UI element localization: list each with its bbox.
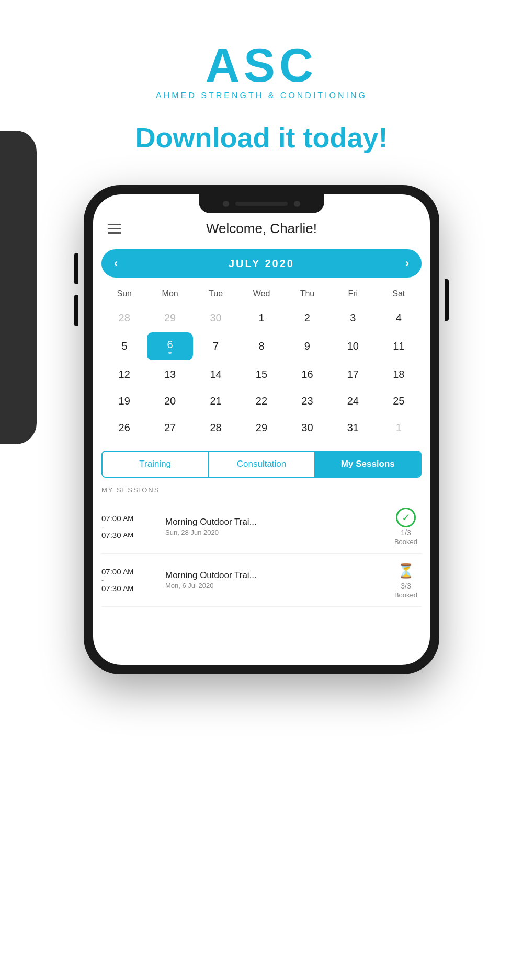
notch-bar [235, 202, 288, 206]
logo-container: ASC AHMED STRENGTH & CONDITIONING [156, 42, 367, 100]
calendar-day[interactable]: 12 [101, 362, 147, 387]
status-count: 1/3 [401, 528, 411, 537]
weekday-thu: Thu [285, 286, 330, 302]
status-text: Booked [394, 538, 417, 546]
phone-volume-btn-1 [74, 253, 78, 284]
calendar-day[interactable]: 4 [376, 306, 422, 330]
phone-volume-btn-2 [74, 295, 78, 326]
session-info: Morning Outdoor Trai... Mon, 6 Jul 2020 [165, 570, 384, 590]
sessions-label: MY SESSIONS [101, 486, 422, 494]
phone-mockup: Welcome, Charlie! ‹ JULY 2020 › Sun Mon … [84, 185, 439, 674]
calendar-day[interactable]: 9 [285, 332, 330, 360]
left-phone-decoration [0, 131, 37, 444]
calendar-day[interactable]: 29 [147, 306, 192, 330]
menu-line-1 [108, 224, 121, 225]
calendar-day[interactable]: 16 [285, 362, 330, 387]
prev-month-button[interactable]: ‹ [114, 257, 118, 270]
calendar-day[interactable]: 15 [238, 362, 284, 387]
tab-training[interactable]: Training [103, 452, 209, 477]
calendar-day[interactable]: 2 [285, 306, 330, 330]
ampm-start: AM [123, 514, 134, 522]
calendar-day[interactable]: 17 [330, 362, 376, 387]
tab-consultation[interactable]: Consultation [209, 452, 315, 477]
session-status: ✓ 1/3 Booked [390, 508, 422, 546]
calendar-day[interactable]: 13 [147, 362, 192, 387]
welcome-text: Welcome, Charlie! [206, 221, 317, 237]
screen-content: Welcome, Charlie! ‹ JULY 2020 › Sun Mon … [93, 194, 430, 607]
calendar-day[interactable]: 14 [193, 362, 238, 387]
calendar-day[interactable]: 7 [193, 332, 238, 360]
status-text: Booked [394, 591, 417, 599]
calendar-day[interactable]: 26 [101, 416, 147, 440]
calendar-day[interactable]: 25 [376, 389, 422, 413]
logo-asc: ASC [206, 42, 317, 89]
ampm-end: AM [123, 531, 134, 539]
phone-notch [199, 194, 324, 213]
days-grid: 28 29 30 1 2 3 4 5 6 7 8 [101, 306, 422, 440]
session-name: Morning Outdoor Trai... [165, 570, 384, 581]
time-end-line: 07:30 AM [101, 531, 159, 539]
check-icon: ✓ [396, 508, 416, 527]
phone-screen: Welcome, Charlie! ‹ JULY 2020 › Sun Mon … [93, 194, 430, 665]
session-date: Mon, 6 Jul 2020 [165, 582, 384, 590]
calendar-day-selected[interactable]: 6 [147, 332, 192, 360]
download-headline: Download it today! [135, 121, 388, 154]
calendar-day[interactable]: 28 [101, 306, 147, 330]
hourglass-icon: ⏳ [396, 561, 416, 581]
session-status: ⏳ 3/3 Booked [390, 561, 422, 599]
tab-my-sessions[interactable]: My Sessions [315, 452, 420, 477]
calendar-day[interactable]: 11 [376, 332, 422, 360]
session-item[interactable]: 07:00 AM - 07:30 AM Morning Outdoor Trai… [101, 554, 422, 607]
logo-subtitle: AHMED STRENGTH & CONDITIONING [156, 91, 367, 100]
sessions-section: MY SESSIONS 07:00 AM - 07:30 AM [93, 478, 430, 607]
session-tabs: Training Consultation My Sessions [101, 451, 422, 478]
calendar-day[interactable]: 24 [330, 389, 376, 413]
session-date: Sun, 28 Jun 2020 [165, 528, 384, 536]
time-end-line: 07:30 AM [101, 584, 159, 593]
top-section: ASC AHMED STRENGTH & CONDITIONING Downlo… [0, 0, 523, 185]
calendar-day[interactable]: 10 [330, 332, 376, 360]
month-label: JULY 2020 [229, 258, 294, 270]
session-time: 07:00 AM - 07:30 AM [101, 514, 159, 539]
calendar-day[interactable]: 8 [238, 332, 284, 360]
menu-line-3 [108, 232, 121, 234]
calendar-day[interactable]: 19 [101, 389, 147, 413]
calendar-day[interactable]: 27 [147, 416, 192, 440]
calendar-day[interactable]: 21 [193, 389, 238, 413]
calendar-day[interactable]: 30 [193, 306, 238, 330]
calendar-day[interactable]: 28 [193, 416, 238, 440]
calendar-day[interactable]: 3 [330, 306, 376, 330]
calendar-day[interactable]: 29 [238, 416, 284, 440]
weekday-sat: Sat [376, 286, 422, 302]
weekday-fri: Fri [330, 286, 376, 302]
weekday-wed: Wed [238, 286, 284, 302]
ampm-end: AM [123, 584, 134, 592]
calendar-day[interactable]: 30 [285, 416, 330, 440]
time-end: 07:30 [101, 531, 121, 539]
ampm-start: AM [123, 568, 134, 575]
weekdays-row: Sun Mon Tue Wed Thu Fri Sat [101, 286, 422, 302]
calendar-day[interactable]: 20 [147, 389, 192, 413]
time-start: 07:00 [101, 514, 121, 523]
next-month-button[interactable]: › [405, 257, 409, 270]
calendar-day[interactable]: 18 [376, 362, 422, 387]
calendar-day[interactable]: 23 [285, 389, 330, 413]
session-time: 07:00 AM - 07:30 AM [101, 567, 159, 593]
calendar-day[interactable]: 1 [376, 416, 422, 440]
status-count: 3/3 [401, 582, 411, 590]
calendar-day[interactable]: 31 [330, 416, 376, 440]
calendar-grid: Sun Mon Tue Wed Thu Fri Sat 28 29 30 1 [93, 278, 430, 444]
calendar-day[interactable]: 1 [238, 306, 284, 330]
notch-sensor [294, 201, 300, 207]
session-info: Morning Outdoor Trai... Sun, 28 Jun 2020 [165, 517, 384, 536]
calendar-nav: ‹ JULY 2020 › [101, 249, 422, 278]
notch-camera [223, 201, 229, 207]
calendar-day[interactable]: 22 [238, 389, 284, 413]
calendar-day[interactable]: 5 [101, 332, 147, 360]
time-start-line: 07:00 AM [101, 514, 159, 523]
menu-line-2 [108, 228, 121, 229]
weekday-tue: Tue [193, 286, 238, 302]
session-name: Morning Outdoor Trai... [165, 517, 384, 527]
menu-icon[interactable] [108, 224, 121, 234]
session-item[interactable]: 07:00 AM - 07:30 AM Morning Outdoor Trai… [101, 500, 422, 554]
